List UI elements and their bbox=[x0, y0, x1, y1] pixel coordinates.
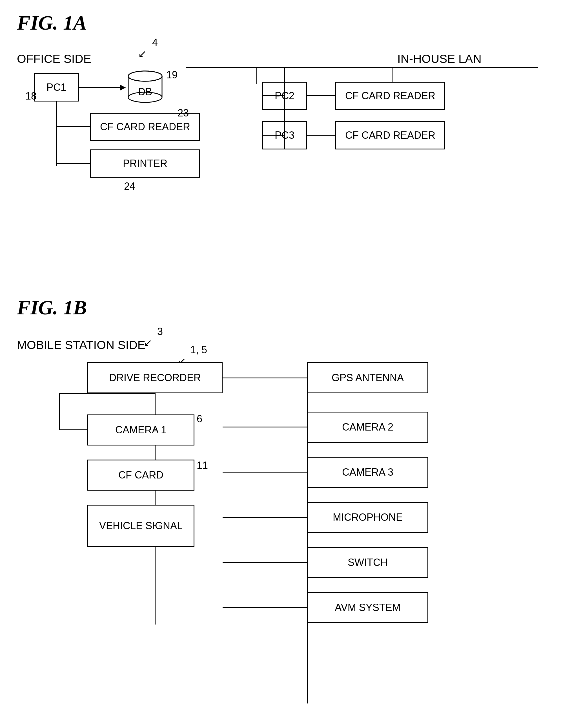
pc1-box: PC1 bbox=[34, 73, 79, 102]
office-side-label: OFFICE SIDE bbox=[17, 52, 91, 66]
microphone-box: MICROPHONE bbox=[307, 502, 428, 533]
line-pc1-db bbox=[79, 87, 124, 88]
camera1-box: CAMERA 1 bbox=[87, 414, 195, 445]
c1-line bbox=[155, 429, 156, 430]
fig1b-title: FIG. 1B bbox=[17, 296, 87, 319]
line-to-cam2 bbox=[223, 427, 308, 427]
line-to-switch bbox=[223, 562, 308, 563]
lan-line-top bbox=[186, 67, 538, 68]
lan-label: IN-HOUSE LAN bbox=[397, 52, 481, 66]
cf-card-reader-pc3-box: CF CARD READER bbox=[335, 121, 445, 149]
gps-antenna-box: GPS ANTENNA bbox=[307, 362, 428, 393]
num-4: 4 bbox=[152, 37, 158, 48]
cf-line bbox=[155, 475, 156, 475]
num-1-5: 1, 5 bbox=[190, 344, 207, 356]
num-18: 18 bbox=[25, 90, 37, 102]
num-23: 23 bbox=[178, 107, 189, 119]
line-lan-pc2 bbox=[262, 95, 284, 96]
main-container: FIG. 1A ↙ 4 OFFICE SIDE IN-HOUSE LAN PC1… bbox=[0, 0, 561, 728]
line-to-cam3 bbox=[223, 472, 308, 473]
arrow-pc1-db: ▶ bbox=[120, 82, 126, 92]
svg-point-4 bbox=[128, 71, 162, 81]
fig1b-diagram: FIG. 1B ↙ 3 MOBILE STATION SIDE ↙ 1, 5 D… bbox=[17, 296, 541, 713]
lan-line-anchor bbox=[392, 67, 392, 68]
mobile-label: MOBILE STATION SIDE bbox=[17, 338, 145, 352]
num-24: 24 bbox=[124, 180, 135, 192]
drive-recorder-box: DRIVE RECORDER bbox=[87, 362, 223, 393]
line-dr-gps bbox=[223, 378, 307, 378]
num-6: 6 bbox=[197, 413, 202, 425]
camera3-box: CAMERA 3 bbox=[307, 457, 428, 488]
num-11: 11 bbox=[197, 460, 208, 471]
line-pc2-cf bbox=[307, 95, 335, 96]
cf-card-box: CF CARD bbox=[87, 460, 195, 491]
camera2-box: CAMERA 2 bbox=[307, 412, 428, 443]
line-to-printer bbox=[56, 163, 90, 164]
line-to-mic bbox=[223, 517, 308, 518]
num-3: 3 bbox=[157, 326, 163, 337]
switch-box: SWITCH bbox=[307, 547, 428, 578]
vs-line bbox=[155, 525, 156, 526]
fig1a-diagram: FIG. 1A ↙ 4 OFFICE SIDE IN-HOUSE LAN PC1… bbox=[17, 11, 541, 209]
line-lan-pc3 bbox=[262, 135, 284, 136]
arrow-4: ↙ bbox=[138, 48, 147, 60]
db-cylinder: DB bbox=[127, 70, 164, 104]
line-pc1-printer bbox=[56, 102, 57, 166]
fig1a-title: FIG. 1A bbox=[17, 11, 87, 35]
line-to-avm bbox=[223, 607, 308, 608]
line-pc3-cf bbox=[307, 135, 335, 136]
num-19: 19 bbox=[166, 69, 178, 81]
lan-line-v-left bbox=[257, 67, 257, 84]
cf-card-reader-pc2-box: CF CARD READER bbox=[335, 82, 445, 110]
line-lc1-h bbox=[59, 429, 87, 430]
line-to-cfcard bbox=[56, 126, 90, 127]
lan-v-right bbox=[284, 67, 285, 149]
line-lc1-v bbox=[59, 393, 60, 429]
line-lc1-top bbox=[59, 393, 155, 394]
avm-system-box: AVM SYSTEM bbox=[307, 592, 428, 623]
vehicle-signal-box: VEHICLE SIGNAL bbox=[87, 505, 195, 547]
printer-box: PRINTER bbox=[90, 149, 200, 178]
